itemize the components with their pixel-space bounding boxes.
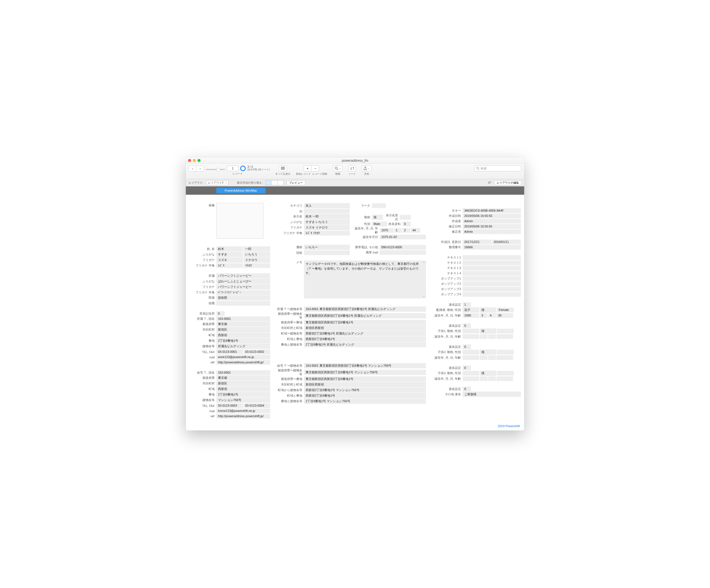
sage-field[interactable]: 39: [496, 313, 513, 318]
ren2-field[interactable]: 0: [463, 323, 471, 328]
waddr6-field[interactable]: 西新宿2丁目8番地1号: [304, 336, 426, 342]
record-slider[interactable]: [206, 169, 225, 170]
mobile-mail-field[interactable]: [380, 250, 426, 255]
c1by-field[interactable]: [463, 334, 479, 339]
waddr4-field[interactable]: 新宿区西新宿: [304, 325, 426, 331]
age-field[interactable]: 44: [411, 228, 420, 233]
hk-mei-field[interactable]: ｲﾁﾛｳ: [243, 263, 270, 268]
waddr2-field[interactable]: 東京都新宿区西新宿2丁目8番地1号 所属先ビルディング: [304, 313, 426, 319]
hk-sei-field[interactable]: ｽｽﾞｷ: [216, 263, 243, 268]
ren5-field[interactable]: 0: [463, 386, 471, 392]
sex-field[interactable]: Male: [372, 221, 387, 227]
haddr1-field[interactable]: 163-8001 東京都新宿区西新宿2丁目8番地1号 マンション756号: [304, 363, 426, 369]
c3bd-field[interactable]: [488, 376, 496, 381]
mei-field[interactable]: 一郎: [243, 246, 270, 252]
dispfmt-field[interactable]: [400, 215, 411, 220]
tel-field[interactable]: 03-0123-0001: [216, 350, 243, 354]
layout-select[interactable]: レイアウト3: [206, 180, 229, 185]
c1age-field[interactable]: [496, 334, 513, 339]
c3-hon-field[interactable]: 様: [480, 371, 496, 376]
htel-field[interactable]: 03-0123-0003: [216, 403, 243, 408]
hcity-field[interactable]: 新宿区: [216, 381, 270, 386]
delete-record-button[interactable]: －: [311, 165, 319, 171]
hp-field[interactable]: http://poweraddress.powershift.jp/: [216, 360, 270, 365]
text-format-icon[interactable]: Aa: [488, 181, 492, 185]
category-field[interactable]: 友人: [304, 203, 350, 209]
cuser-field[interactable]: Admin: [463, 219, 521, 224]
scroll-down-icon[interactable]: ⌄: [423, 294, 425, 298]
mobile-field[interactable]: 090-0123-0005: [380, 245, 426, 250]
affil-hk-field[interactable]: ﾊﾟﾜｰｼﾌﾄｼﾞｪｰﾋﾟｰ: [216, 290, 270, 295]
haddr6-field[interactable]: 西新宿2丁目8番地1号: [304, 393, 426, 399]
cudate1-field[interactable]: 2017/12/21: [463, 240, 492, 244]
mail-field[interactable]: work123@powershift.ne.jp: [216, 355, 270, 360]
serial-field[interactable]: 18666: [463, 245, 521, 250]
maiden-field[interactable]: [304, 251, 350, 255]
c1-name-field[interactable]: [463, 329, 479, 334]
text3-field[interactable]: [463, 266, 521, 271]
memo-field[interactable]: サンプルデータ#1です。地図検索および郵便番号検索の例として、東京都庁の住所（〒…: [304, 260, 426, 299]
view-list-button[interactable]: [271, 180, 278, 185]
nameinv-field[interactable]: 0: [402, 221, 411, 227]
c1bm-field[interactable]: [480, 334, 488, 339]
view-form-button[interactable]: [265, 180, 271, 185]
zoom-icon[interactable]: [197, 159, 200, 162]
footer-link[interactable]: 2019 Powershift: [498, 424, 520, 428]
haddr2-field[interactable]: 東京都新宿区西新宿2丁目8番地1号 マンション756号: [304, 370, 426, 375]
affil-k-field[interactable]: パワーシフトジェーピー: [216, 284, 270, 290]
waddr7-field[interactable]: 2丁目8番地1号 所属先ビルディング: [304, 342, 426, 348]
sort-button[interactable]: [348, 165, 356, 171]
zip-field[interactable]: 163-8001: [216, 316, 270, 322]
c2-hon-field[interactable]: 様: [480, 350, 496, 355]
fax-field[interactable]: 03-0123-0002: [243, 350, 270, 354]
bldg-field[interactable]: 所属先ビルディング: [216, 344, 270, 349]
prev-record-button[interactable]: ‹: [189, 166, 196, 172]
c3bm-field[interactable]: [480, 376, 488, 381]
cudate2-field[interactable]: 2018/01/11: [492, 240, 521, 244]
birth-year-field[interactable]: 1975: [380, 228, 394, 233]
sby-field[interactable]: 1980: [463, 313, 479, 318]
haddr4-field[interactable]: 新宿区西新宿: [304, 382, 426, 387]
haddr3-field[interactable]: 東京都新宿区西新宿2丁目8番地1号: [304, 376, 426, 382]
brand-button[interactable]: PowerAddress Win/Mac: [216, 188, 265, 193]
dept-field[interactable]: 技術部: [216, 295, 270, 301]
text1-field[interactable]: [463, 255, 521, 260]
preview-button[interactable]: プレビュー: [286, 180, 305, 185]
kata-field[interactable]: スズキ イチロウ: [304, 225, 350, 231]
birth-day-field[interactable]: 2: [402, 228, 410, 233]
c2-sex-field[interactable]: [497, 350, 514, 355]
show-all-button[interactable]: [279, 165, 287, 171]
popup4-field[interactable]: [463, 292, 521, 297]
c3-name-field[interactable]: [463, 371, 479, 376]
birthdate-field[interactable]: 1975-01-02: [380, 235, 426, 240]
search-input[interactable]: 検索: [474, 165, 521, 171]
popup1-field[interactable]: [463, 276, 521, 281]
minimize-icon[interactable]: [193, 159, 196, 162]
town-field[interactable]: 西新宿: [216, 333, 270, 338]
mdate-field[interactable]: 2019/05/06 16:55:55: [463, 224, 521, 229]
affil-h-field[interactable]: ぱわーしふとじぇーぴー: [216, 279, 270, 284]
sbm-field[interactable]: 3: [480, 313, 488, 318]
birth-month-field[interactable]: 1: [394, 228, 402, 233]
city-field[interactable]: 新宿区: [216, 327, 270, 333]
c3-sex-field[interactable]: [497, 371, 514, 376]
share-button[interactable]: ⌄: [362, 165, 372, 171]
honor-field[interactable]: 様: [372, 215, 383, 220]
close-icon[interactable]: [188, 159, 191, 162]
c2age-field[interactable]: [496, 355, 513, 360]
next-record-button[interactable]: ›: [196, 166, 204, 172]
waddr3-field[interactable]: 東京都新宿区西新宿2丁目8番地1号: [304, 320, 426, 325]
nick-field[interactable]: いちろー: [304, 244, 350, 250]
c2bm-field[interactable]: [480, 355, 488, 360]
pk-field[interactable]: 3A63EDC9-409B-4058-9A4F: [463, 208, 521, 213]
cdate-field[interactable]: 2019/05/06 16:55:55: [463, 214, 521, 218]
other-field[interactable]: ご家族様: [463, 392, 521, 397]
spouse-hon-field[interactable]: 様: [480, 307, 496, 313]
display-field[interactable]: 鈴木 一郎: [304, 214, 350, 219]
text2-field[interactable]: [463, 260, 521, 265]
muser-field[interactable]: Admin: [463, 229, 521, 234]
furi-mei-field[interactable]: いちろう: [243, 252, 270, 257]
c1-sex-field[interactable]: [497, 329, 514, 334]
c2by-field[interactable]: [463, 355, 479, 360]
hfax-field[interactable]: 03-0123-0004: [243, 403, 270, 408]
